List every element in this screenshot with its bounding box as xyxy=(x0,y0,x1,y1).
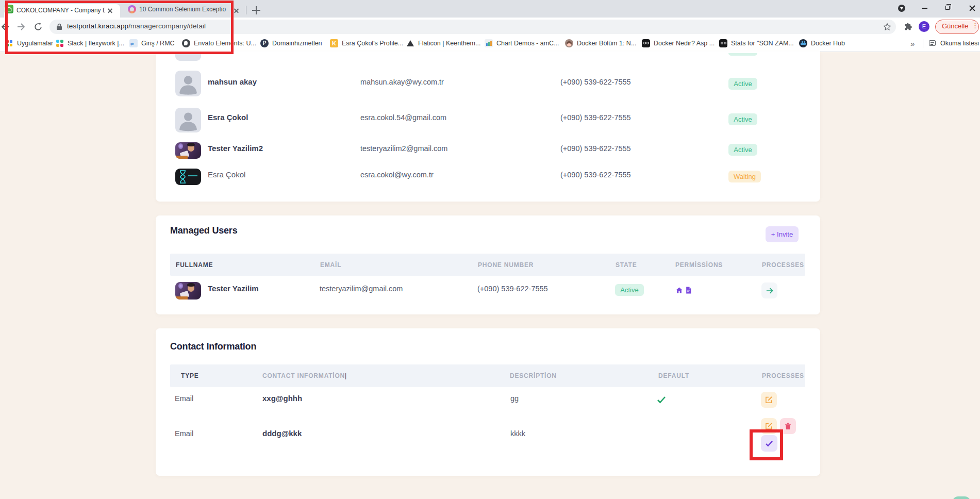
managed-users-card: Managed Users + Invite FULLNAME EMAİL PH… xyxy=(156,215,820,314)
row-process[interactable] xyxy=(761,282,777,298)
company-users-card: mahsun akay mahsun.akay@wy.com.tr (+090)… xyxy=(156,52,820,202)
contact-info-card: Contact Information TYPE CONTACT INFORMA… xyxy=(156,328,820,476)
managed-users-head: FULLNAME EMAİL PHONE NUMBER STATE PERMİS… xyxy=(170,254,805,276)
contact-head: TYPE CONTACT INFORMATİON| DESCRİPTİON DE… xyxy=(170,364,805,387)
win-close xyxy=(969,5,976,12)
profile: E xyxy=(919,21,929,32)
win-min xyxy=(922,8,927,9)
page-body: mahsun akay mahsun.akay@wy.com.tr (+090)… xyxy=(0,52,980,499)
annotation-1 xyxy=(5,1,234,54)
invite-btn[interactable]: + Invite xyxy=(766,226,799,242)
company-detail-screenshot: COKOLCOMPANY - Company De 10 Common Sele… xyxy=(0,0,980,499)
chrome-menu-dot xyxy=(898,5,905,12)
update-btn[interactable]: Güncelle ⋮ xyxy=(935,20,979,34)
edit1[interactable] xyxy=(761,392,777,408)
annotation-2 xyxy=(750,429,783,460)
win-restore xyxy=(945,6,950,10)
permissions xyxy=(675,287,692,294)
chat-peek xyxy=(953,496,970,499)
extensions xyxy=(904,22,912,31)
